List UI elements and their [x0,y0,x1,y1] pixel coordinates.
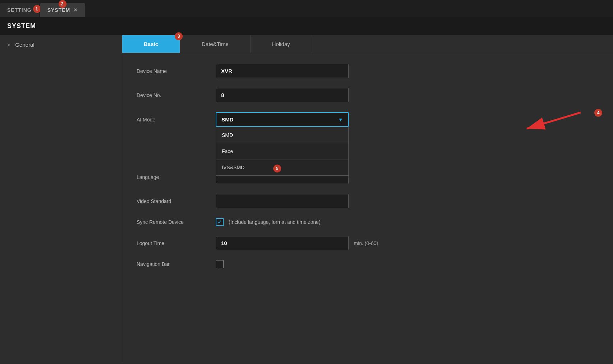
tab-setting[interactable]: SETTING 1 [0,3,39,17]
chevron-icon: > [7,42,10,48]
sidebar-item-general[interactable]: > General [0,35,122,54]
sidebar: > General [0,35,122,363]
ai-mode-menu: SMD Face IVS&SMD [216,127,349,176]
form-area: 4 Device Name Dev [122,53,613,363]
page-title: SYSTEM [7,22,36,29]
ai-mode-dropdown[interactable]: SMD ▼ SMD Face IVS&SMD [216,112,349,127]
badge-4-container: 4 [594,109,602,117]
device-name-row: Device Name [137,64,599,78]
subtab-datetime-label: Date&Time [202,41,228,47]
subtab-datetime[interactable]: Date&Time [180,35,250,53]
ai-mode-label: AI Mode [137,117,216,123]
language-label: Language [137,174,216,180]
logout-time-input[interactable] [216,236,349,250]
badge-5: 5 [273,165,281,172]
ai-mode-option-ivssmd[interactable]: IVS&SMD [216,160,348,175]
device-no-label: Device No. [137,92,216,98]
badge-4: 4 [594,109,602,117]
nav-bar-label: Navigation Bar [137,261,216,267]
tab-system[interactable]: SYSTEM 2 × [40,3,85,17]
subtab-holiday[interactable]: Holiday [251,35,312,53]
nav-bar-row: Navigation Bar [137,260,599,268]
ai-mode-selected[interactable]: SMD ▼ [216,112,349,127]
ai-mode-selected-value: SMD [221,116,233,123]
badge-2: 2 [59,0,67,8]
sync-remote-note: (Include language, format and time zone) [229,219,320,225]
content-area: Basic 3 Date&Time Holiday 4 [122,35,613,363]
tab-setting-label: SETTING [7,7,32,13]
subtab-basic-label: Basic [144,41,158,47]
sync-remote-label: Sync Remote Device [137,219,216,225]
device-no-row: Device No. [137,88,599,102]
ai-mode-option-face[interactable]: Face [216,143,348,160]
language-row: Language [137,170,599,184]
subtab-bar: Basic 3 Date&Time Holiday [122,35,613,53]
device-no-input[interactable] [216,88,349,102]
dropdown-arrow-icon: ▼ [338,117,343,123]
device-name-label: Device Name [137,68,216,74]
tab-bar: SETTING 1 SYSTEM 2 × [0,0,613,17]
badge-1: 1 [33,5,41,13]
subtab-basic[interactable]: Basic 3 [122,35,180,53]
ai-mode-option-smd[interactable]: SMD [216,127,348,143]
logout-time-unit: min. (0-60) [354,240,378,246]
logout-time-row: Logout Time min. (0-60) [137,236,599,250]
sync-remote-checkbox-wrapper: (Include language, format and time zone) [216,218,320,226]
tab-close-button[interactable]: × [74,7,77,13]
sync-remote-row: Sync Remote Device (Include language, fo… [137,218,599,226]
sync-remote-checkbox[interactable] [216,218,224,226]
video-standard-row: Video Standard [137,194,599,208]
subtab-holiday-label: Holiday [272,41,290,47]
nav-bar-checkbox[interactable] [216,260,224,268]
tab-system-label: SYSTEM [47,7,70,13]
device-name-input[interactable] [216,64,349,78]
video-standard-label: Video Standard [137,198,216,204]
main-layout: > General Basic 3 Date&Time Holiday 4 [0,35,613,363]
video-standard-input[interactable] [216,194,349,208]
badge-5-container: 5 [273,165,281,172]
sidebar-item-label: General [15,42,34,48]
page-title-bar: SYSTEM [0,17,613,35]
ai-mode-row: AI Mode SMD ▼ SMD Face IVS&SMD [137,112,599,127]
logout-time-label: Logout Time [137,240,216,246]
